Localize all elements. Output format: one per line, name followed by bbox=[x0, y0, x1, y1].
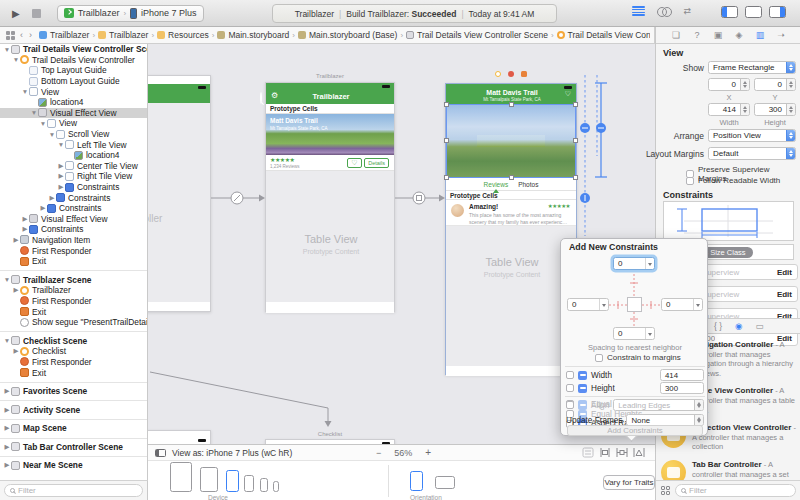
height-value-dropdown[interactable]: 300 bbox=[660, 382, 704, 394]
identity-inspector-icon[interactable]: ▣ bbox=[713, 30, 724, 40]
disclosure-triangle[interactable]: ▶ bbox=[48, 194, 56, 202]
leading-spacing-field[interactable]: 0 bbox=[567, 298, 609, 311]
zoom-in-button[interactable]: + bbox=[425, 447, 431, 458]
outline-row[interactable]: ▼View bbox=[0, 118, 147, 129]
tab-reviews[interactable]: Reviews bbox=[484, 181, 509, 188]
outline-row[interactable]: ▶Favorites Scene bbox=[0, 386, 147, 397]
device-size-button[interactable] bbox=[244, 475, 254, 492]
media-library-icon[interactable]: ▭ bbox=[756, 321, 764, 331]
stack-button[interactable] bbox=[582, 447, 594, 458]
constrain-margins-checkbox[interactable] bbox=[595, 354, 603, 362]
outline-row[interactable]: ▼Visual Effect View bbox=[0, 108, 147, 119]
breadcrumb-item[interactable]: Main.storyboard bbox=[228, 30, 289, 40]
size-inspector-icon[interactable]: ▥ bbox=[755, 30, 766, 40]
outline-row[interactable]: ▶Tab Bar Controller Scene bbox=[0, 442, 147, 453]
resolve-issues-button[interactable] bbox=[633, 447, 645, 458]
device-size-button[interactable] bbox=[170, 462, 192, 492]
outline-row[interactable]: ▶Constraints bbox=[0, 224, 147, 235]
breadcrumb-item[interactable]: Resources bbox=[168, 30, 209, 40]
outline-row[interactable]: ▶Checklist bbox=[0, 346, 147, 357]
outline-row[interactable]: Top Layout Guide bbox=[0, 65, 147, 76]
navigator-toggle-button[interactable] bbox=[721, 6, 738, 18]
breadcrumb-item[interactable]: Trailblazer bbox=[50, 30, 89, 40]
outline-row[interactable]: Exit bbox=[0, 306, 147, 317]
disclosure-triangle[interactable]: ▼ bbox=[12, 56, 20, 63]
outline-row[interactable]: ▼View bbox=[0, 86, 147, 97]
selection-handle[interactable] bbox=[444, 138, 449, 143]
trail-cell-photo[interactable]: Matt Davis Trail Mt Tamalpais State Park… bbox=[266, 114, 394, 155]
outline-row[interactable]: ▶Right Tile View bbox=[0, 171, 147, 182]
trailblazer-view-controller[interactable]: ⚙ Trailblazer Prototype Cells Matt Davis… bbox=[265, 82, 395, 312]
disclosure-triangle[interactable]: ▼ bbox=[48, 131, 56, 138]
disclosure-triangle[interactable]: ▼ bbox=[57, 141, 65, 148]
disclosure-triangle[interactable]: ▼ bbox=[21, 88, 29, 95]
disclosure-triangle[interactable]: ▼ bbox=[3, 337, 11, 344]
orientation-portrait-button[interactable] bbox=[410, 471, 423, 491]
details-view-controller[interactable]: Matt Davis Trail Mt Tamalpais State Park… bbox=[445, 83, 577, 375]
disclosure-triangle[interactable]: ▶ bbox=[57, 183, 65, 191]
disclosure-triangle[interactable]: ▶ bbox=[12, 347, 20, 355]
disclosure-triangle[interactable]: ▶ bbox=[39, 204, 47, 212]
attributes-inspector-icon[interactable]: ◈ bbox=[734, 30, 745, 40]
dropdown-icon[interactable] bbox=[599, 299, 608, 310]
file-inspector-icon[interactable]: ❏ bbox=[671, 30, 682, 40]
disclosure-triangle[interactable]: ▶ bbox=[12, 236, 20, 244]
orientation-landscape-button[interactable] bbox=[435, 476, 455, 489]
stepper-icon[interactable] bbox=[740, 104, 749, 115]
disclosure-triangle[interactable]: ▶ bbox=[21, 225, 29, 233]
outline-row[interactable]: ▶Center Tile View bbox=[0, 161, 147, 172]
quick-help-icon[interactable]: ? bbox=[692, 30, 703, 40]
align-button[interactable] bbox=[599, 447, 611, 458]
left-view-controller[interactable]: Controller bbox=[148, 75, 211, 312]
readable-width-checkbox[interactable] bbox=[686, 177, 694, 185]
first-responder-icon[interactable] bbox=[508, 71, 514, 77]
outline-row[interactable]: location4 bbox=[0, 150, 147, 161]
align-dropdown[interactable]: Leading Edges bbox=[613, 399, 704, 411]
layout-margins-dropdown[interactable]: Default bbox=[708, 147, 796, 160]
arrange-dropdown[interactable]: Position View bbox=[708, 129, 796, 142]
outline-row[interactable]: ▼Scroll View bbox=[0, 129, 147, 140]
disclosure-triangle[interactable]: ▼ bbox=[30, 109, 38, 116]
device-size-button[interactable] bbox=[273, 481, 279, 492]
details-button[interactable]: Details bbox=[364, 158, 389, 168]
selection-handle[interactable] bbox=[444, 102, 449, 107]
outline-row[interactable]: Exit bbox=[0, 367, 147, 378]
outline-row[interactable]: ▶Constraints bbox=[0, 203, 147, 214]
review-cell[interactable]: Amazing! ★★★★★ This place has some of th… bbox=[446, 200, 576, 226]
outline-row[interactable]: ▼Checklist Scene bbox=[0, 335, 147, 346]
outline-row[interactable]: ▶Constraints bbox=[0, 182, 147, 193]
outline-row[interactable]: ▶Trailblazer bbox=[0, 285, 147, 296]
stepper-icon[interactable] bbox=[786, 104, 795, 115]
pin-button[interactable] bbox=[616, 447, 628, 458]
disclosure-triangle[interactable]: ▶ bbox=[3, 443, 11, 451]
disclosure-triangle[interactable]: ▶ bbox=[57, 162, 65, 170]
view-as-label[interactable]: View as: iPhone 7 Plus (wC hR) bbox=[172, 448, 292, 458]
y-field[interactable]: 0 bbox=[754, 78, 796, 91]
top-spacing-field[interactable]: 0 bbox=[613, 257, 655, 270]
outline-row[interactable]: ▶Map Scene bbox=[0, 423, 147, 434]
width-field[interactable]: 414 bbox=[708, 103, 750, 116]
edit-button[interactable]: Edit bbox=[777, 268, 792, 277]
disclosure-triangle[interactable]: ▼ bbox=[39, 120, 47, 127]
bottom-spacing-field[interactable]: 0 bbox=[613, 327, 655, 340]
version-editor-button[interactable]: ⇄ bbox=[683, 6, 690, 16]
zoom-out-button[interactable]: − bbox=[376, 448, 381, 458]
dropdown-icon[interactable] bbox=[645, 328, 654, 339]
edit-button[interactable]: Edit bbox=[777, 290, 792, 299]
outline-row[interactable]: ▶Activity Scene bbox=[0, 404, 147, 415]
related-items-icon[interactable] bbox=[6, 31, 15, 40]
code-snippet-library-icon[interactable]: { } bbox=[714, 321, 722, 331]
search-icon[interactable] bbox=[260, 92, 262, 104]
back-button[interactable]: ‹ bbox=[20, 30, 23, 40]
outline-row[interactable]: ▼Left Tile View bbox=[0, 139, 147, 150]
selection-handle[interactable] bbox=[573, 102, 578, 107]
show-dropdown[interactable]: Frame Rectangle bbox=[708, 61, 796, 74]
disclosure-triangle[interactable]: ▶ bbox=[3, 424, 11, 432]
device-size-button[interactable] bbox=[226, 470, 239, 492]
selection-handle[interactable] bbox=[444, 175, 449, 180]
vary-for-traits-button[interactable]: Vary for Traits bbox=[603, 475, 655, 490]
exit-icon[interactable] bbox=[521, 71, 527, 77]
selection-handle[interactable] bbox=[573, 175, 578, 180]
heart-icon[interactable]: ♡ bbox=[565, 90, 571, 98]
height-field[interactable]: 300 bbox=[754, 103, 796, 116]
